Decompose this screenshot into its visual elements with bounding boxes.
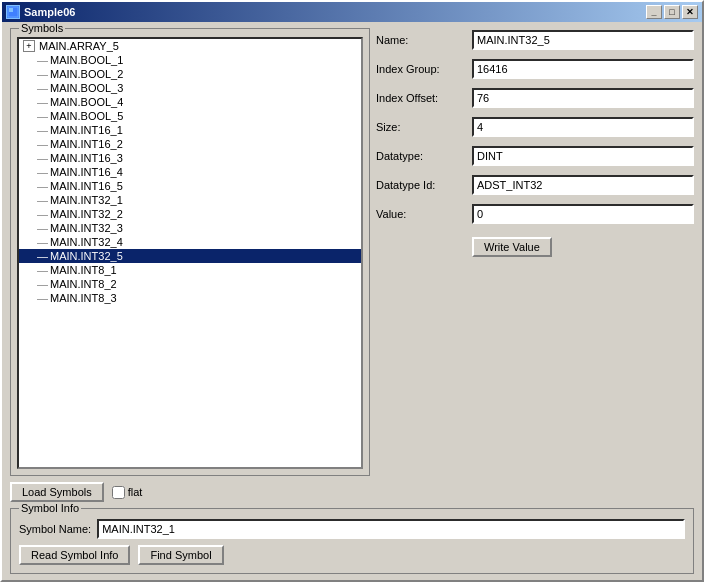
symbol-name-row: Symbol Name:: [19, 519, 685, 539]
size-row: Size:: [376, 117, 694, 137]
tree-item-dash: —: [37, 180, 48, 192]
datatype-id-label: Datatype Id:: [376, 179, 466, 191]
index-offset-label: Index Offset:: [376, 92, 466, 104]
symbols-footer: Load Symbols flat: [10, 480, 370, 502]
tree-item[interactable]: —MAIN.INT32_1: [19, 193, 361, 207]
right-panel: Name: Index Group: Index Offset: Size: D…: [376, 28, 694, 502]
symbol-info-buttons: Read Symbol Info Find Symbol: [19, 545, 685, 565]
write-value-button[interactable]: Write Value: [472, 237, 552, 257]
value-row: Value:: [376, 204, 694, 224]
expand-icon[interactable]: +: [23, 40, 35, 52]
content-area: Symbols +MAIN.ARRAY_5—MAIN.BOOL_1—MAIN.B…: [2, 22, 702, 580]
flat-checkbox-label[interactable]: flat: [112, 486, 143, 499]
symbols-panel: Symbols +MAIN.ARRAY_5—MAIN.BOOL_1—MAIN.B…: [10, 28, 370, 502]
tree-item-dash: —: [37, 278, 48, 290]
write-value-container: Write Value: [472, 237, 552, 257]
symbols-group-label: Symbols: [19, 22, 65, 34]
main-window: Sample06 _ □ ✕ Symbols +MAIN.ARRAY_5—MAI…: [0, 0, 704, 582]
tree-item[interactable]: —MAIN.INT16_3: [19, 151, 361, 165]
load-symbols-button[interactable]: Load Symbols: [10, 482, 104, 502]
tree-item-label: MAIN.ARRAY_5: [39, 40, 119, 52]
index-group-label: Index Group:: [376, 63, 466, 75]
name-label: Name:: [376, 34, 466, 46]
tree-item-label: MAIN.INT32_2: [50, 208, 123, 220]
tree-item[interactable]: —MAIN.BOOL_3: [19, 81, 361, 95]
tree-item[interactable]: —MAIN.INT32_4: [19, 235, 361, 249]
tree-item-label: MAIN.INT16_4: [50, 166, 123, 178]
tree-item-dash: —: [37, 208, 48, 220]
tree-item[interactable]: —MAIN.INT8_3: [19, 291, 361, 305]
tree-item[interactable]: —MAIN.BOOL_4: [19, 95, 361, 109]
tree-item[interactable]: +MAIN.ARRAY_5: [19, 39, 361, 53]
maximize-button[interactable]: □: [664, 5, 680, 19]
tree-item-dash: —: [37, 236, 48, 248]
tree-item-dash: —: [37, 250, 48, 262]
tree-item[interactable]: —MAIN.BOOL_1: [19, 53, 361, 67]
svg-rect-1: [9, 8, 13, 12]
find-symbol-button[interactable]: Find Symbol: [138, 545, 223, 565]
close-button[interactable]: ✕: [682, 5, 698, 19]
tree-item-dash: —: [37, 68, 48, 80]
symbol-name-input[interactable]: [97, 519, 685, 539]
tree-item-label: MAIN.BOOL_3: [50, 82, 123, 94]
tree-item[interactable]: —MAIN.BOOL_2: [19, 67, 361, 81]
tree-container[interactable]: +MAIN.ARRAY_5—MAIN.BOOL_1—MAIN.BOOL_2—MA…: [17, 37, 363, 469]
size-label: Size:: [376, 121, 466, 133]
tree-item-dash: —: [37, 264, 48, 276]
tree-item-label: MAIN.INT16_2: [50, 138, 123, 150]
tree-item[interactable]: —MAIN.INT16_2: [19, 137, 361, 151]
minimize-button[interactable]: _: [646, 5, 662, 19]
tree-item[interactable]: —MAIN.INT16_1: [19, 123, 361, 137]
tree-item-label: MAIN.INT32_4: [50, 236, 123, 248]
tree-item[interactable]: —MAIN.INT8_1: [19, 263, 361, 277]
tree-item-dash: —: [37, 222, 48, 234]
flat-checkbox[interactable]: [112, 486, 125, 499]
main-row: Symbols +MAIN.ARRAY_5—MAIN.BOOL_1—MAIN.B…: [10, 28, 694, 502]
tree-item-dash: —: [37, 166, 48, 178]
size-input[interactable]: [472, 117, 694, 137]
tree-item-label: MAIN.INT32_5: [50, 250, 123, 262]
tree-item[interactable]: —MAIN.INT32_2: [19, 207, 361, 221]
tree-item-label: MAIN.BOOL_2: [50, 68, 123, 80]
tree-item-label: MAIN.BOOL_4: [50, 96, 123, 108]
tree-item[interactable]: —MAIN.INT32_5: [19, 249, 361, 263]
tree-item-label: MAIN.INT8_3: [50, 292, 117, 304]
window-title: Sample06: [24, 6, 75, 18]
tree-item[interactable]: —MAIN.INT16_4: [19, 165, 361, 179]
tree-item-dash: —: [37, 194, 48, 206]
tree-item-label: MAIN.INT8_1: [50, 264, 117, 276]
tree-item-dash: —: [37, 96, 48, 108]
tree-item-label: MAIN.BOOL_5: [50, 110, 123, 122]
datatype-label: Datatype:: [376, 150, 466, 162]
tree-item-label: MAIN.INT16_1: [50, 124, 123, 136]
tree-item-dash: —: [37, 124, 48, 136]
value-label: Value:: [376, 208, 466, 220]
tree-item-label: MAIN.INT8_2: [50, 278, 117, 290]
read-symbol-info-button[interactable]: Read Symbol Info: [19, 545, 130, 565]
tree-item[interactable]: —MAIN.INT32_3: [19, 221, 361, 235]
tree-item[interactable]: —MAIN.INT16_5: [19, 179, 361, 193]
index-group-row: Index Group:: [376, 59, 694, 79]
datatype-id-row: Datatype Id:: [376, 175, 694, 195]
datatype-id-input[interactable]: [472, 175, 694, 195]
tree-item-label: MAIN.BOOL_1: [50, 54, 123, 66]
index-group-input[interactable]: [472, 59, 694, 79]
name-row: Name:: [376, 30, 694, 50]
tree-item[interactable]: —MAIN.BOOL_5: [19, 109, 361, 123]
datatype-input[interactable]: [472, 146, 694, 166]
symbol-info-group-label: Symbol Info: [19, 502, 81, 514]
index-offset-row: Index Offset:: [376, 88, 694, 108]
tree-item-dash: —: [37, 138, 48, 150]
name-input[interactable]: [472, 30, 694, 50]
tree-item-dash: —: [37, 82, 48, 94]
tree-item-label: MAIN.INT32_1: [50, 194, 123, 206]
tree-item-label: MAIN.INT32_3: [50, 222, 123, 234]
value-input[interactable]: [472, 204, 694, 224]
flat-label: flat: [128, 486, 143, 498]
tree-item-label: MAIN.INT16_5: [50, 180, 123, 192]
symbols-group: Symbols +MAIN.ARRAY_5—MAIN.BOOL_1—MAIN.B…: [10, 28, 370, 476]
tree-item[interactable]: —MAIN.INT8_2: [19, 277, 361, 291]
index-offset-input[interactable]: [472, 88, 694, 108]
title-bar: Sample06 _ □ ✕: [2, 2, 702, 22]
title-buttons: _ □ ✕: [646, 5, 698, 19]
